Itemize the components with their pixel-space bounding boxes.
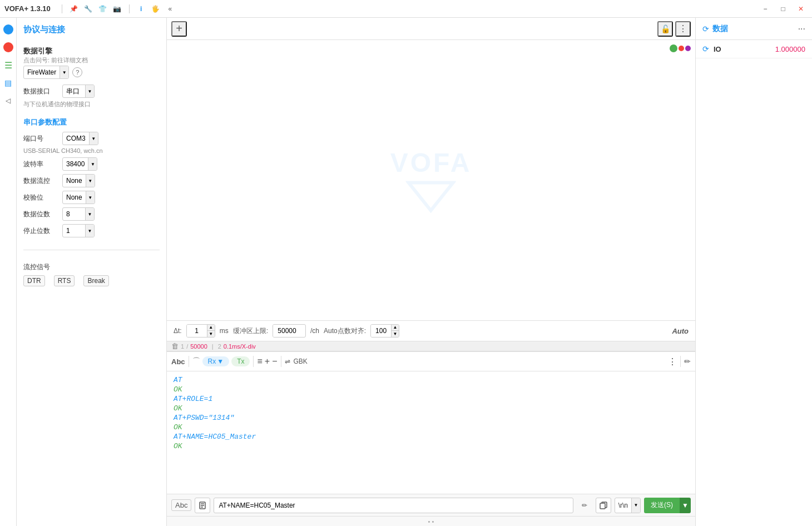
nav-icon-record[interactable]	[1, 40, 16, 54]
data-bits-label: 数据位数	[23, 210, 62, 219]
align-icon[interactable]: ≡	[257, 356, 262, 366]
flow-select-wrap[interactable]: None ▼	[62, 174, 95, 187]
delta-t-label: Δt:	[174, 327, 182, 335]
nav-icon-arrow[interactable]: ◁	[1, 93, 16, 108]
chart-toolbar: + 🔓 ⋮	[167, 18, 695, 40]
parity-dropdown-arrow[interactable]: ▼	[86, 191, 95, 204]
plus-icon[interactable]: +	[265, 356, 270, 366]
list-item: AT	[174, 376, 689, 384]
eol-value: \r\n	[615, 502, 631, 509]
dot-purple	[685, 46, 691, 51]
wave-icon[interactable]: ⇌	[285, 358, 290, 365]
baud-select-wrap[interactable]: 38400 ▼	[62, 157, 97, 171]
right-panel-more-button[interactable]: ···	[798, 24, 805, 34]
auto-align-down[interactable]: ▼	[391, 331, 399, 337]
port-dropdown-arrow[interactable]: ▼	[89, 132, 98, 145]
serial-input[interactable]	[214, 498, 573, 513]
flow-value: None	[63, 176, 86, 186]
port-row: 端口号 COM3 ▼	[23, 132, 160, 145]
lock-button[interactable]: 🔓	[657, 21, 673, 37]
nav-icon-connection[interactable]	[1, 22, 16, 37]
delta-t-down[interactable]: ▼	[207, 331, 215, 337]
add-chart-button[interactable]: +	[171, 21, 187, 37]
right-panel: ⟳ 数据 ··· ⟳ IO 1.000000	[695, 18, 812, 526]
tx-button[interactable]: Tx	[231, 356, 250, 366]
engine-select-wrap[interactable]: FireWater ▼	[23, 66, 69, 79]
slider-total: 50000	[190, 343, 207, 350]
buffer-input-wrap[interactable]	[273, 324, 306, 338]
chart-controls: Δt: ▲ ▼ ms 缓冲区上限: /ch Auto点数对齐: ▲ ▼	[167, 320, 695, 341]
slider-page: 1	[181, 343, 184, 350]
data-engine-section: 数据引擎 点击问号: 前往详细文档 FireWater ▼ ?	[23, 43, 160, 79]
flow-signal-section: 流控信号 DTR RTS Break	[23, 262, 160, 286]
buffer-input[interactable]	[273, 325, 301, 337]
svg-rect-7	[600, 503, 605, 509]
parity-select-wrap[interactable]: None ▼	[62, 191, 95, 204]
interface-dropdown-arrow[interactable]: ▼	[85, 85, 94, 97]
port-select-wrap[interactable]: COM3 ▼	[62, 132, 98, 145]
pin-icon[interactable]: 📌	[69, 4, 79, 14]
data-channel-value: 1.000000	[775, 45, 805, 53]
engine-dropdown-arrow[interactable]: ▼	[60, 66, 68, 78]
clear-icon[interactable]: ✏	[684, 357, 691, 366]
info-icon[interactable]: i	[136, 4, 146, 14]
send-button[interactable]: 发送(S)	[644, 498, 680, 513]
serial-sep4	[680, 356, 681, 367]
input-clear-button[interactable]: ✏	[577, 498, 592, 513]
interface-select-wrap[interactable]: 串口 ▼	[62, 85, 95, 98]
input-abc-label: Abc	[171, 499, 191, 511]
auto-align-input-wrap[interactable]: ▲ ▼	[370, 324, 399, 338]
baud-label: 波特率	[23, 160, 62, 169]
minimize-button[interactable]: −	[759, 2, 772, 16]
engine-help-button[interactable]: ?	[72, 67, 82, 77]
close-button[interactable]: ✕	[794, 2, 808, 16]
nav-icon-layers[interactable]: ▤	[1, 76, 16, 90]
send-dropdown-button[interactable]: ▼	[680, 498, 691, 513]
sidebar-title: 协议与连接	[23, 24, 160, 35]
serial-sep3	[281, 356, 281, 367]
camera-icon[interactable]: 📷	[112, 4, 122, 14]
parity-value: None	[63, 192, 86, 202]
vofa-watermark-text: VOFA	[390, 147, 472, 178]
input-copy-button[interactable]	[596, 498, 611, 513]
stop-bits-select-wrap[interactable]: 1 ▼	[62, 224, 95, 237]
delta-t-up[interactable]: ▲	[207, 325, 215, 331]
trash-icon[interactable]: 🗑	[171, 342, 179, 350]
wrench-icon[interactable]: 🔧	[83, 4, 93, 14]
list-item: OK	[174, 404, 689, 413]
baud-dropdown-arrow[interactable]: ▼	[88, 158, 97, 170]
delta-t-input-wrap[interactable]: ▲ ▼	[186, 324, 215, 338]
titlebar: VOFA+ 1.3.10 📌 🔧 👕 📷 i 🖐 « − □ ✕	[0, 0, 812, 18]
file-button[interactable]	[195, 498, 210, 513]
stop-bits-dropdown-arrow[interactable]: ▼	[85, 225, 94, 237]
rx-button[interactable]: Rx ▼	[202, 356, 230, 366]
interface-value: 串口	[63, 86, 85, 97]
slider-row[interactable]: 🗑 1 / 50000 | 2 0.1ms/X-div	[167, 341, 695, 351]
fingerprint-icon[interactable]: 🖐	[151, 4, 161, 14]
serial-more-button[interactable]: ⋮	[668, 356, 677, 367]
data-bits-select-wrap[interactable]: 8 ▼	[62, 207, 95, 221]
curve-icon[interactable]: ⌒	[192, 356, 200, 366]
tshirt-icon[interactable]: 👕	[98, 4, 108, 14]
delta-t-input[interactable]	[187, 325, 207, 337]
data-bits-dropdown-arrow[interactable]: ▼	[85, 208, 94, 220]
auto-align-up[interactable]: ▲	[391, 325, 399, 331]
break-button[interactable]: Break	[83, 275, 108, 286]
eol-select-wrap[interactable]: \r\n ▼	[615, 498, 641, 513]
nav-icon-menu[interactable]: ☰	[1, 58, 16, 72]
auto-align-input[interactable]	[371, 325, 391, 337]
more-button[interactable]: ⋮	[675, 21, 691, 37]
vofa-watermark: VOFA	[390, 147, 472, 214]
flow-dropdown-arrow[interactable]: ▼	[86, 175, 95, 187]
rts-button[interactable]: RTS	[54, 275, 75, 286]
per-ch-label: /ch	[310, 327, 319, 335]
minus-icon[interactable]: −	[272, 356, 277, 366]
port-hint: USB-SERIAL CH340, wch.cn	[23, 147, 160, 154]
chart-area: VOFA	[167, 40, 695, 320]
eol-dropdown-arrow[interactable]: ▼	[631, 498, 640, 513]
data-engine-hint: 点击问号: 前往详细文档	[23, 56, 160, 64]
maximize-button[interactable]: □	[776, 2, 790, 16]
chevrons-left-icon[interactable]: «	[165, 4, 175, 14]
dtr-button[interactable]: DTR	[23, 275, 45, 286]
serial-sep1	[189, 356, 189, 367]
